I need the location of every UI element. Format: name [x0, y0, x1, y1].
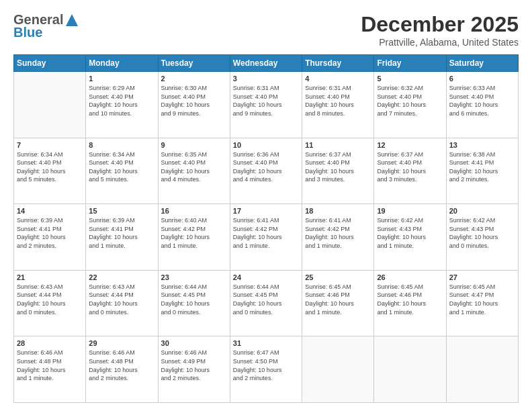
day-number: 13: [449, 141, 515, 149]
day-number: 2: [161, 75, 227, 83]
calendar-cell: 31Sunrise: 6:47 AM Sunset: 4:50 PM Dayli…: [230, 336, 302, 403]
day-number: 26: [377, 273, 443, 281]
page: General Blue December 2025 Prattville, A…: [0, 0, 532, 411]
day-number: 29: [89, 339, 154, 347]
col-friday: Friday: [374, 55, 446, 72]
day-info: Sunrise: 6:46 AM Sunset: 4:48 PM Dayligh…: [17, 349, 83, 382]
calendar-cell: [302, 336, 374, 403]
logo: General Blue: [13, 12, 81, 40]
calendar-week-row-4: 21Sunrise: 6:43 AM Sunset: 4:44 PM Dayli…: [14, 270, 519, 336]
calendar-cell: 24Sunrise: 6:44 AM Sunset: 4:45 PM Dayli…: [230, 270, 302, 336]
day-number: 5: [377, 75, 443, 83]
day-info: Sunrise: 6:35 AM Sunset: 4:40 PM Dayligh…: [161, 150, 227, 184]
day-number: 3: [233, 75, 299, 83]
day-number: 4: [305, 75, 371, 83]
col-wednesday: Wednesday: [230, 55, 302, 72]
col-tuesday: Tuesday: [158, 55, 230, 72]
day-info: Sunrise: 6:47 AM Sunset: 4:50 PM Dayligh…: [233, 349, 299, 382]
day-number: 16: [161, 207, 227, 215]
day-number: 11: [305, 141, 371, 149]
day-number: 30: [161, 339, 227, 347]
day-number: 23: [161, 273, 227, 281]
calendar-cell: 20Sunrise: 6:42 AM Sunset: 4:43 PM Dayli…: [446, 204, 518, 271]
day-number: 1: [89, 75, 154, 83]
calendar-cell: 4Sunrise: 6:31 AM Sunset: 4:40 PM Daylig…: [302, 72, 374, 138]
calendar-week-row-3: 14Sunrise: 6:39 AM Sunset: 4:41 PM Dayli…: [14, 204, 519, 271]
col-sunday: Sunday: [14, 55, 86, 72]
day-info: Sunrise: 6:42 AM Sunset: 4:43 PM Dayligh…: [449, 216, 515, 250]
day-info: Sunrise: 6:38 AM Sunset: 4:41 PM Dayligh…: [449, 150, 515, 184]
day-number: 9: [161, 141, 227, 149]
calendar-cell: 27Sunrise: 6:45 AM Sunset: 4:47 PM Dayli…: [446, 270, 518, 336]
calendar-cell: 3Sunrise: 6:31 AM Sunset: 4:40 PM Daylig…: [230, 72, 302, 138]
calendar-cell: 14Sunrise: 6:39 AM Sunset: 4:41 PM Dayli…: [14, 204, 86, 271]
day-number: 28: [17, 339, 83, 347]
calendar-cell: 25Sunrise: 6:45 AM Sunset: 4:46 PM Dayli…: [302, 270, 374, 336]
title-block: December 2025 Prattville, Alabama, Unite…: [361, 12, 519, 48]
day-number: 20: [449, 207, 515, 215]
calendar-cell: 28Sunrise: 6:46 AM Sunset: 4:48 PM Dayli…: [14, 336, 86, 403]
calendar-cell: [14, 72, 86, 138]
day-number: 21: [17, 273, 83, 281]
day-info: Sunrise: 6:37 AM Sunset: 4:40 PM Dayligh…: [305, 150, 371, 184]
logo-blue: Blue: [13, 25, 42, 40]
calendar-cell: 13Sunrise: 6:38 AM Sunset: 4:41 PM Dayli…: [446, 138, 518, 204]
day-info: Sunrise: 6:44 AM Sunset: 4:45 PM Dayligh…: [233, 283, 299, 316]
day-number: 22: [89, 273, 154, 281]
logo-icon: [64, 13, 79, 28]
calendar-week-row-5: 28Sunrise: 6:46 AM Sunset: 4:48 PM Dayli…: [14, 336, 519, 403]
day-info: Sunrise: 6:34 AM Sunset: 4:40 PM Dayligh…: [89, 150, 154, 184]
day-number: 6: [449, 75, 515, 83]
calendar-week-row-2: 7Sunrise: 6:34 AM Sunset: 4:40 PM Daylig…: [14, 138, 519, 204]
day-info: Sunrise: 6:31 AM Sunset: 4:40 PM Dayligh…: [305, 84, 371, 118]
day-number: 31: [233, 339, 299, 347]
day-info: Sunrise: 6:42 AM Sunset: 4:43 PM Dayligh…: [377, 216, 443, 250]
calendar-cell: 15Sunrise: 6:39 AM Sunset: 4:41 PM Dayli…: [86, 204, 158, 271]
calendar-cell: 7Sunrise: 6:34 AM Sunset: 4:40 PM Daylig…: [14, 138, 86, 204]
calendar-cell: 17Sunrise: 6:41 AM Sunset: 4:42 PM Dayli…: [230, 204, 302, 271]
day-info: Sunrise: 6:43 AM Sunset: 4:44 PM Dayligh…: [89, 283, 154, 316]
calendar-cell: 1Sunrise: 6:29 AM Sunset: 4:40 PM Daylig…: [86, 72, 158, 138]
day-number: 7: [17, 141, 83, 149]
calendar-week-row-1: 1Sunrise: 6:29 AM Sunset: 4:40 PM Daylig…: [14, 72, 519, 138]
calendar-cell: 6Sunrise: 6:33 AM Sunset: 4:40 PM Daylig…: [446, 72, 518, 138]
day-info: Sunrise: 6:45 AM Sunset: 4:46 PM Dayligh…: [305, 283, 371, 316]
header: General Blue December 2025 Prattville, A…: [13, 12, 519, 48]
calendar-cell: 30Sunrise: 6:46 AM Sunset: 4:49 PM Dayli…: [158, 336, 230, 403]
calendar-cell: 22Sunrise: 6:43 AM Sunset: 4:44 PM Dayli…: [86, 270, 158, 336]
col-saturday: Saturday: [446, 55, 518, 72]
calendar-cell: [446, 336, 518, 403]
calendar-cell: 10Sunrise: 6:36 AM Sunset: 4:40 PM Dayli…: [230, 138, 302, 204]
day-number: 25: [305, 273, 371, 281]
day-info: Sunrise: 6:29 AM Sunset: 4:40 PM Dayligh…: [89, 84, 154, 118]
day-info: Sunrise: 6:41 AM Sunset: 4:42 PM Dayligh…: [305, 216, 371, 250]
location: Prattville, Alabama, United States: [361, 37, 519, 48]
day-number: 17: [233, 207, 299, 215]
calendar-table: Sunday Monday Tuesday Wednesday Thursday…: [13, 54, 519, 403]
calendar-cell: 23Sunrise: 6:44 AM Sunset: 4:45 PM Dayli…: [158, 270, 230, 336]
day-info: Sunrise: 6:34 AM Sunset: 4:40 PM Dayligh…: [17, 150, 83, 184]
day-info: Sunrise: 6:45 AM Sunset: 4:47 PM Dayligh…: [449, 283, 515, 316]
day-info: Sunrise: 6:46 AM Sunset: 4:49 PM Dayligh…: [161, 349, 227, 382]
day-info: Sunrise: 6:36 AM Sunset: 4:40 PM Dayligh…: [233, 150, 299, 184]
day-info: Sunrise: 6:41 AM Sunset: 4:42 PM Dayligh…: [233, 216, 299, 250]
calendar-cell: 11Sunrise: 6:37 AM Sunset: 4:40 PM Dayli…: [302, 138, 374, 204]
day-info: Sunrise: 6:30 AM Sunset: 4:40 PM Dayligh…: [161, 84, 227, 118]
calendar-header-row: Sunday Monday Tuesday Wednesday Thursday…: [14, 55, 519, 72]
day-info: Sunrise: 6:37 AM Sunset: 4:40 PM Dayligh…: [377, 150, 443, 184]
calendar-cell: 9Sunrise: 6:35 AM Sunset: 4:40 PM Daylig…: [158, 138, 230, 204]
col-thursday: Thursday: [302, 55, 374, 72]
svg-marker-0: [66, 14, 78, 26]
calendar-cell: 19Sunrise: 6:42 AM Sunset: 4:43 PM Dayli…: [374, 204, 446, 271]
day-info: Sunrise: 6:43 AM Sunset: 4:44 PM Dayligh…: [17, 283, 83, 316]
calendar-cell: 29Sunrise: 6:46 AM Sunset: 4:48 PM Dayli…: [86, 336, 158, 403]
day-number: 12: [377, 141, 443, 149]
month-title: December 2025: [361, 12, 519, 37]
day-number: 27: [449, 273, 515, 281]
day-number: 19: [377, 207, 443, 215]
day-info: Sunrise: 6:39 AM Sunset: 4:41 PM Dayligh…: [89, 216, 154, 250]
calendar-cell: 8Sunrise: 6:34 AM Sunset: 4:40 PM Daylig…: [86, 138, 158, 204]
day-number: 10: [233, 141, 299, 149]
day-info: Sunrise: 6:44 AM Sunset: 4:45 PM Dayligh…: [161, 283, 227, 316]
calendar-cell: 2Sunrise: 6:30 AM Sunset: 4:40 PM Daylig…: [158, 72, 230, 138]
